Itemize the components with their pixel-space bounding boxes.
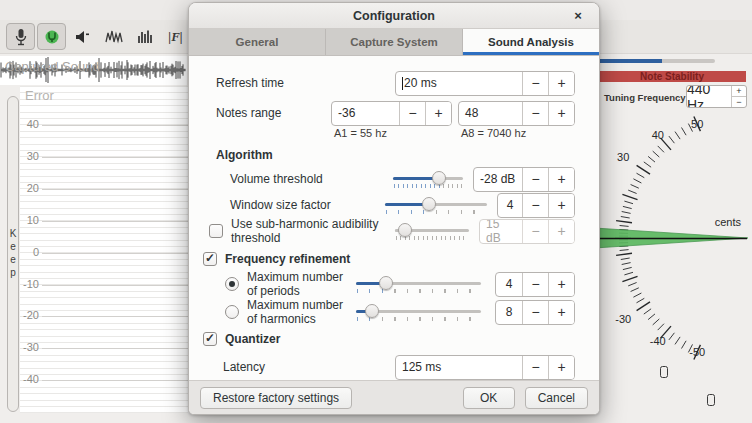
decrement-button[interactable]: − — [399, 102, 425, 125]
tuner-toggle-button[interactable] — [37, 23, 66, 50]
gauge-tick — [621, 217, 630, 219]
muted-speaker-icon — [75, 30, 91, 44]
error-plot-title: Error — [25, 88, 54, 103]
gauge-tick — [653, 151, 660, 157]
gauge-tick — [616, 253, 632, 255]
histogram-view-button[interactable] — [130, 23, 159, 50]
axis-tick-label: 20 — [20, 182, 39, 194]
subharmonic-slider — [395, 220, 469, 242]
gauge-unit-label: cents — [697, 216, 741, 228]
decrement-button[interactable]: − — [522, 168, 548, 191]
gauge-tick — [620, 226, 629, 227]
increment-button[interactable]: + — [548, 72, 574, 95]
max-harmonics-radio[interactable] — [225, 305, 239, 319]
volume-threshold-slider[interactable] — [393, 168, 463, 190]
gauge-tick — [675, 132, 680, 140]
restore-factory-settings-button[interactable]: Restore factory settings — [200, 387, 352, 409]
window-size-factor-value[interactable]: 4 — [498, 194, 522, 217]
quantizer-checkbox[interactable] — [203, 332, 217, 346]
keep-button[interactable]: Keep — [7, 96, 19, 412]
notes-range-row: Notes range -36 − + 48 − + — [203, 100, 575, 126]
notes-range-min-spinner[interactable]: -36 − + — [331, 101, 452, 126]
mute-button[interactable] — [68, 23, 97, 50]
max-periods-label: Maximum number of periods — [247, 270, 356, 298]
gauge-tick — [622, 194, 637, 199]
gridline — [42, 348, 188, 349]
max-periods-spinner[interactable]: 4 − + — [495, 272, 575, 297]
tab-sound-analysis[interactable]: Sound Analysis — [462, 29, 599, 55]
gauge-tick — [624, 201, 633, 204]
gauge-tick — [623, 267, 632, 269]
decrement-button[interactable]: − — [522, 194, 548, 217]
fourier-view-button[interactable]: |F| — [161, 23, 190, 50]
slider-handle[interactable] — [432, 171, 446, 185]
decrement-button[interactable]: − — [522, 102, 548, 125]
subharmonic-label: Use sub-harmonic audibility threshold — [231, 217, 395, 245]
capture-toggle-button[interactable] — [6, 23, 35, 50]
slider-handle[interactable] — [379, 276, 393, 290]
subharmonic-value: 15 dB — [480, 220, 522, 243]
waveform-icon — [105, 29, 123, 45]
frequency-refinement-header: Frequency refinement — [203, 248, 575, 270]
max-harmonics-slider[interactable] — [356, 301, 481, 323]
gauge-tick — [637, 298, 645, 303]
notes-range-max-value[interactable]: 48 — [459, 102, 522, 125]
close-icon[interactable]: × — [569, 6, 587, 24]
refresh-time-value[interactable]: 20 ms — [404, 76, 437, 90]
increment-button[interactable]: + — [548, 301, 574, 324]
decrement-button[interactable]: − — [522, 273, 548, 296]
gauge-tick — [682, 128, 687, 136]
subharmonic-row: Use sub-harmonic audibility threshold 15… — [203, 218, 575, 244]
tuning-increase-button[interactable]: + — [732, 86, 746, 96]
max-periods-slider[interactable] — [356, 273, 481, 295]
gauge-tick — [675, 337, 680, 345]
increment-button[interactable]: + — [548, 194, 574, 217]
gridline — [42, 125, 188, 126]
decrement-button[interactable]: − — [522, 356, 548, 379]
decrement-button[interactable]: − — [522, 301, 548, 324]
gauge-scale-label: 50 — [691, 118, 703, 130]
max-periods-value[interactable]: 4 — [496, 273, 522, 296]
window-size-factor-label: Window size factor — [203, 198, 331, 212]
gridline — [42, 380, 188, 381]
notes-range-min-value[interactable]: -36 — [332, 102, 399, 125]
refresh-time-spinner[interactable]: 20 ms − + — [395, 71, 575, 96]
latency-row: Latency 125 ms − + — [203, 354, 575, 380]
subharmonic-checkbox[interactable] — [209, 224, 223, 238]
tuning-frequency-steppers: + − — [731, 86, 746, 107]
decrement-button[interactable]: − — [522, 72, 548, 95]
ok-button[interactable]: OK — [463, 387, 515, 409]
increment-button[interactable]: + — [548, 168, 574, 191]
sound-analysis-panel: Refresh time 20 ms − + Notes range -36 −… — [189, 56, 599, 380]
gauge-tick — [628, 190, 636, 193]
captured-sound-panel: Captured Sound — [0, 56, 187, 85]
increment-button[interactable]: + — [548, 273, 574, 296]
gauge-tick — [637, 173, 645, 178]
increment-button[interactable]: + — [548, 356, 574, 379]
cancel-button[interactable]: Cancel — [525, 387, 588, 409]
tab-general[interactable]: General — [189, 29, 325, 55]
window-size-factor-slider[interactable] — [385, 194, 487, 216]
volume-meter — [598, 59, 715, 63]
max-harmonics-spinner[interactable]: 8 − + — [495, 300, 575, 325]
notes-range-max-spinner[interactable]: 48 − + — [458, 101, 575, 126]
increment-button[interactable]: + — [425, 102, 451, 125]
latency-spinner[interactable]: 125 ms − + — [395, 355, 575, 380]
volume-threshold-value[interactable]: -28 dB — [474, 168, 522, 191]
latency-value[interactable]: 125 ms — [402, 360, 441, 374]
tuning-frequency-value[interactable]: 440 Hz — [687, 86, 731, 107]
slider-handle[interactable] — [365, 304, 379, 318]
volume-threshold-spinner[interactable]: -28 dB − + — [473, 167, 575, 192]
max-periods-radio[interactable] — [225, 277, 239, 291]
tab-capture-system[interactable]: Capture System — [325, 29, 462, 55]
gauge-tick — [633, 179, 641, 183]
window-size-factor-spinner[interactable]: 4 − + — [497, 193, 575, 218]
histogram-icon — [137, 29, 153, 44]
frequency-refinement-checkbox[interactable] — [203, 252, 217, 266]
slider-handle[interactable] — [422, 197, 436, 211]
gridline — [42, 157, 188, 158]
dialog-titlebar[interactable]: Configuration × — [189, 3, 599, 29]
waveform-view-button[interactable] — [99, 23, 128, 50]
max-harmonics-value[interactable]: 8 — [496, 301, 522, 324]
increment-button[interactable]: + — [548, 102, 574, 125]
